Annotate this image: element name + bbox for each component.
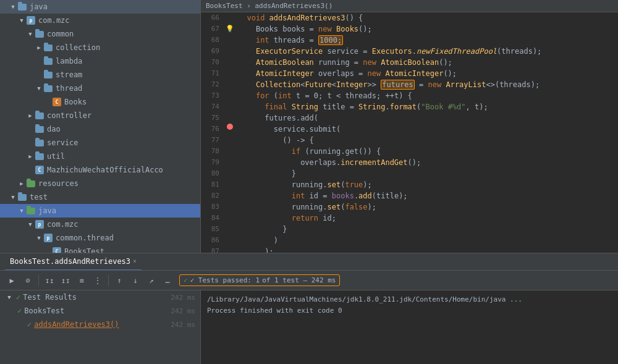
tree-item-label: test: [30, 193, 48, 201]
tab-close-btn[interactable]: ×: [133, 258, 137, 265]
sidebar-item-util[interactable]: ▶util: [0, 150, 200, 163]
filter-btn[interactable]: ≡: [75, 274, 88, 287]
sidebar-item-lambda[interactable]: lambda: [0, 54, 200, 68]
sidebar-item-mazhichu[interactable]: CMazhichuWechatOfficialAcco: [0, 163, 200, 177]
line-content[interactable]: AtomicInteger overlaps = new AtomicInteg…: [235, 68, 618, 79]
tree-arrow-icon: [26, 125, 35, 133]
line-content[interactable]: Books books = new Books();: [235, 23, 618, 35]
folder-green-icon: [26, 179, 36, 188]
line-number: 83: [201, 201, 224, 213]
run-btn[interactable]: ▶: [5, 274, 19, 287]
sidebar-item-test[interactable]: ▼test: [0, 190, 200, 204]
sidebar-item-dao[interactable]: dao: [0, 122, 200, 136]
package-icon: p: [26, 15, 36, 25]
line-content[interactable]: () -> {: [235, 135, 618, 146]
result-header[interactable]: ▼ ✓ Test Results 242 ms: [0, 290, 200, 304]
sidebar-item-thread[interactable]: ▼thread: [0, 82, 200, 95]
sidebar-item-service[interactable]: service: [0, 136, 200, 150]
sidebar-item-common-thread[interactable]: ▼pcommon.thread: [0, 231, 200, 245]
line-number: 77: [201, 135, 224, 146]
code-line: 66 void addsAndRetrieves3() {: [201, 12, 618, 23]
code-line: 87 );: [201, 246, 618, 253]
tree-item-label: common.thread: [56, 234, 114, 242]
tree-arrow-icon: ▼: [35, 234, 43, 242]
tree-item-label: MazhichuWechatOfficialAcco: [47, 166, 163, 174]
folder-icon: [43, 43, 53, 53]
sidebar-item-stream[interactable]: stream: [0, 68, 200, 82]
line-content[interactable]: running.set(false);: [235, 201, 618, 213]
line-content[interactable]: int id = books.add(title);: [235, 190, 618, 201]
sidebar-item-books[interactable]: CBooks: [0, 95, 200, 109]
result-check-icon: ✓: [17, 307, 22, 315]
more-btn[interactable]: ⋮: [91, 274, 104, 287]
editor: BooksTest › addsAndRetrieves3() 66 void …: [201, 0, 618, 253]
result-tree-item[interactable]: ✓addsAndRetrieves3()242 ms: [0, 318, 200, 331]
result-item-label: BooksTest: [24, 307, 64, 315]
line-content[interactable]: AtomicBoolean running = new AtomicBoolea…: [235, 57, 618, 68]
line-content[interactable]: );: [235, 246, 618, 253]
results-tree: ▼ ✓ Test Results 242 ms ✓BooksTest242 ms…: [0, 290, 201, 364]
result-arrow: ▼: [5, 293, 14, 302]
line-content[interactable]: final String title = String.format("Book…: [235, 101, 618, 112]
sidebar-item-com-mzc[interactable]: ▼pcom.mzc: [0, 14, 200, 27]
sort-desc-btn[interactable]: ↧↥: [43, 274, 56, 287]
up-btn[interactable]: ↑: [112, 274, 126, 287]
line-content[interactable]: ): [235, 235, 618, 246]
tree-item-label: dao: [47, 125, 61, 133]
tree-arrow-icon: [43, 98, 52, 106]
line-content[interactable]: void addsAndRetrieves3() {: [235, 12, 618, 23]
toolbar-sep-1: [38, 275, 39, 286]
tree-arrow-icon: [26, 138, 35, 147]
code-line: 73 for (int t = 0; t < threads; ++t) {: [201, 90, 618, 101]
line-number: 78: [201, 146, 224, 157]
tree-arrow-icon: ▶: [26, 152, 35, 161]
line-content[interactable]: running.set(true);: [235, 179, 618, 190]
line-content[interactable]: service.submit(: [235, 124, 618, 135]
line-number: 68: [201, 35, 224, 46]
test-passed-badge: ✓ ✓ Tests passed: 1 of 1 test – 242 ms: [179, 274, 340, 286]
line-content[interactable]: ExecutorService service = Executors.newF…: [235, 46, 618, 57]
package-icon: p: [35, 219, 44, 229]
line-content[interactable]: futures.add(: [235, 112, 618, 124]
class-orange-icon: C: [52, 97, 62, 107]
stop-btn[interactable]: ⊘: [21, 274, 35, 287]
line-content[interactable]: }: [235, 168, 618, 179]
breakpoint-icon: [227, 124, 233, 130]
sidebar-item-collection[interactable]: ▶collection: [0, 41, 200, 54]
result-tree-item[interactable]: ✓BooksTest242 ms: [0, 304, 200, 318]
results-panel: ▼ ✓ Test Results 242 ms ✓BooksTest242 ms…: [0, 290, 618, 364]
results-output: /Library/Java/JavaVirtualMachines/jdk1.8…: [201, 290, 618, 364]
sidebar-item-common[interactable]: ▼common: [0, 27, 200, 41]
breadcrumb-text: BooksTest › addsAndRetrieves3(): [206, 2, 332, 10]
line-content[interactable]: int threads = 1000;: [235, 35, 618, 46]
sidebar-item-java-root[interactable]: ▼java: [0, 0, 200, 14]
tree-arrow-icon: [35, 57, 43, 66]
code-line: 76 service.submit(: [201, 124, 618, 135]
sidebar-item-bookstest[interactable]: CBooksTest: [0, 245, 200, 253]
sidebar-item-test-java[interactable]: ▼java: [0, 204, 200, 218]
tab-item[interactable]: BooksTest.addsAndRetrieves3×: [5, 253, 142, 271]
export-btn[interactable]: ↗: [145, 274, 158, 287]
line-content[interactable]: return id;: [235, 213, 618, 224]
line-content[interactable]: overlaps.incrementAndGet();: [235, 157, 618, 168]
line-number: 79: [201, 157, 224, 168]
sidebar-item-resources[interactable]: ▶resources: [0, 177, 200, 190]
code-area[interactable]: 66 void addsAndRetrieves3() {67💡 Books b…: [201, 12, 618, 253]
sort-asc-btn[interactable]: ↥↧: [59, 274, 72, 287]
sidebar-item-controller[interactable]: ▶controller: [0, 109, 200, 122]
down-btn[interactable]: ↓: [129, 274, 142, 287]
line-content[interactable]: }: [235, 224, 618, 235]
dots-btn[interactable]: …: [161, 274, 174, 287]
sidebar-item-test-com-mzc[interactable]: ▼pcom.mzc: [0, 218, 200, 231]
line-content[interactable]: Collection<Future<Integer>> futures = ne…: [235, 79, 618, 90]
breadcrumb: BooksTest › addsAndRetrieves3(): [201, 0, 618, 12]
line-content[interactable]: for (int t = 0; t < threads; ++t) {: [235, 90, 618, 101]
tree-item-label: util: [47, 152, 65, 161]
tree-item-label: lambda: [56, 57, 82, 66]
line-number: 86: [201, 235, 224, 246]
folder-icon: [17, 2, 27, 12]
tree-arrow-icon: ▼: [26, 220, 35, 229]
line-number: 70: [201, 57, 224, 68]
line-content[interactable]: if (running.get()) {: [235, 146, 618, 157]
class-icon: C: [35, 165, 44, 175]
